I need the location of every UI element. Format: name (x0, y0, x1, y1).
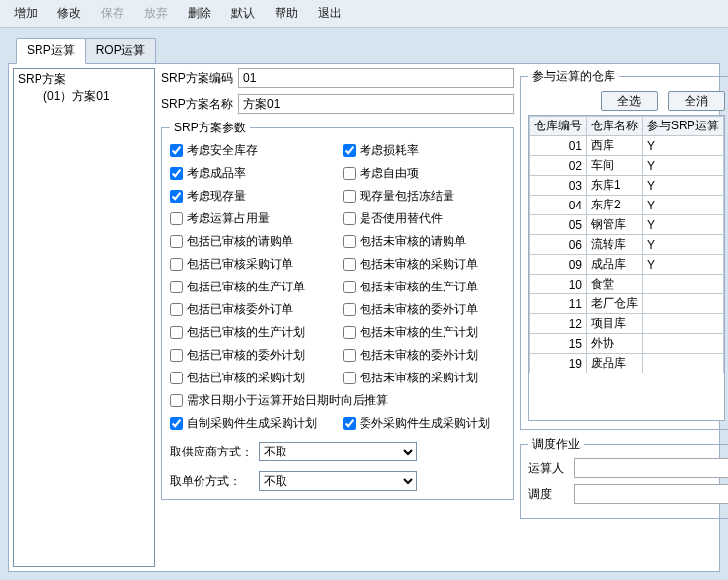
select-all-button[interactable]: 全选 (601, 91, 658, 111)
edit-button[interactable]: 修改 (47, 2, 91, 25)
table-row[interactable]: 09成品库Y (530, 255, 724, 275)
table-row[interactable]: 01西库Y (530, 136, 724, 156)
param-row: 包括未审核的生产订单 (343, 279, 506, 295)
param-checkbox[interactable] (170, 394, 183, 407)
param-label: 考虑安全库存 (187, 142, 258, 159)
default-button[interactable]: 默认 (221, 2, 265, 25)
name-label: SRP方案名称 (161, 96, 238, 113)
cell-name: 钢管库 (587, 215, 643, 235)
price-label: 取单价方式： (170, 473, 259, 490)
param-checkbox[interactable] (170, 303, 183, 316)
param-row: 包括未审核的委外订单 (343, 301, 506, 318)
abandon-button: 放弃 (134, 2, 178, 25)
param-checkbox[interactable] (170, 326, 183, 339)
operator-input[interactable] (574, 458, 728, 478)
warehouse-table: 仓库编号 仓库名称 参与SRP运算 01西库Y02车间Y03东库1Y04东库2Y… (529, 116, 724, 373)
col-name[interactable]: 仓库名称 (587, 117, 643, 136)
param-row: 委外采购件生成采购计划 (343, 415, 506, 432)
param-row: 考虑自由项 (343, 165, 506, 182)
param-checkbox[interactable] (343, 190, 356, 203)
param-label: 包括已审核的生产订单 (187, 279, 305, 295)
param-row: 包括已审核的生产订单 (170, 279, 333, 295)
tab-bar: SRP运算 ROP运算 (16, 38, 720, 64)
param-row: 包括未审核的生产计划 (343, 324, 506, 341)
param-checkbox[interactable] (170, 281, 183, 293)
cell-name: 老厂仓库 (587, 294, 643, 314)
param-row: 考虑现存量 (170, 188, 333, 205)
warehouse-legend: 参与运算的仓库 (528, 68, 619, 85)
table-row[interactable]: 03东库1Y (530, 176, 724, 196)
param-label: 包括已审核的委外计划 (187, 347, 305, 364)
param-checkbox[interactable] (343, 349, 356, 362)
table-row[interactable]: 04东库2Y (530, 196, 724, 215)
param-row: 包括已审核的委外计划 (170, 347, 333, 364)
add-button[interactable]: 增加 (4, 2, 47, 25)
dispatch-label: 调度 (528, 486, 574, 503)
exit-button[interactable]: 退出 (308, 2, 352, 25)
cell-code: 19 (530, 354, 587, 373)
param-row: 考虑运算占用量 (170, 210, 333, 227)
param-checkbox[interactable] (170, 190, 183, 203)
tree-child[interactable]: (01）方案01 (16, 88, 152, 105)
table-row[interactable]: 05钢管库Y (530, 215, 724, 235)
param-checkbox[interactable] (343, 167, 356, 180)
warehouse-table-wrap[interactable]: 仓库编号 仓库名称 参与SRP运算 01西库Y02车间Y03东库1Y04东库2Y… (528, 115, 725, 421)
table-row[interactable]: 12项目库 (530, 314, 724, 334)
param-checkbox[interactable] (343, 417, 356, 430)
supplier-select[interactable]: 不取 (259, 442, 417, 461)
param-checkbox[interactable] (170, 258, 183, 271)
table-row[interactable]: 11老厂仓库 (530, 294, 724, 314)
table-row[interactable]: 06流转库Y (530, 235, 724, 255)
param-row: 需求日期小于运算开始日期时向后推算 (170, 392, 505, 409)
col-srp[interactable]: 参与SRP运算 (643, 117, 724, 136)
table-row[interactable]: 19废品库 (530, 354, 724, 373)
param-checkbox[interactable] (170, 372, 183, 384)
col-code[interactable]: 仓库编号 (530, 117, 587, 136)
param-checkbox[interactable] (170, 167, 183, 180)
deselect-all-button[interactable]: 全消 (668, 91, 725, 111)
param-checkbox[interactable] (170, 417, 183, 430)
cell-srp: Y (643, 136, 724, 156)
price-select[interactable]: 不取 (259, 471, 417, 491)
param-checkbox[interactable] (343, 303, 356, 316)
save-button: 保存 (91, 2, 134, 25)
param-checkbox[interactable] (343, 258, 356, 271)
app-window: 增加 修改 保存 放弃 删除 默认 帮助 退出 SRP运算 ROP运算 SRP方… (0, 0, 728, 580)
tab-rop[interactable]: ROP运算 (85, 38, 156, 64)
tree-root[interactable]: SRP方案 (16, 71, 152, 88)
param-checkbox[interactable] (343, 281, 356, 293)
param-checkbox[interactable] (343, 372, 356, 384)
param-row: 自制采购件生成采购计划 (170, 415, 333, 432)
param-checkbox[interactable] (170, 235, 183, 248)
param-row: 包括未审核的采购订单 (343, 256, 506, 273)
param-row: 考虑安全库存 (170, 142, 333, 159)
param-label: 是否使用替代件 (360, 210, 443, 227)
help-button[interactable]: 帮助 (265, 2, 308, 25)
table-row[interactable]: 10食堂 (530, 275, 724, 294)
cell-code: 12 (530, 314, 587, 334)
dispatch-input[interactable] (574, 484, 728, 504)
cell-srp (643, 354, 724, 373)
param-checkbox[interactable] (170, 144, 183, 157)
param-checkbox[interactable] (170, 349, 183, 362)
tab-srp[interactable]: SRP运算 (16, 38, 86, 64)
table-row[interactable]: 15外协 (530, 334, 724, 354)
param-checkbox[interactable] (170, 212, 183, 225)
name-input[interactable] (238, 94, 514, 114)
cell-srp: Y (643, 255, 724, 275)
param-checkbox[interactable] (343, 144, 356, 157)
param-row: 是否使用替代件 (343, 210, 506, 227)
plan-tree[interactable]: SRP方案 (01）方案01 (13, 68, 155, 567)
param-checkbox[interactable] (343, 212, 356, 225)
param-label: 考虑运算占用量 (187, 210, 270, 227)
delete-button[interactable]: 删除 (178, 2, 221, 25)
warehouse-fieldset: 参与运算的仓库 全选 全消 仓库编号 仓库名称 参与SRP运算 (520, 68, 728, 430)
param-checkbox[interactable] (343, 326, 356, 339)
table-row[interactable]: 02车间Y (530, 156, 724, 176)
toolbar: 增加 修改 保存 放弃 删除 默认 帮助 退出 (0, 0, 728, 28)
param-checkbox[interactable] (343, 235, 356, 248)
code-input[interactable] (238, 68, 514, 88)
cell-code: 11 (530, 294, 587, 314)
cell-srp (643, 314, 724, 334)
param-label: 包括未审核的采购订单 (360, 256, 478, 273)
